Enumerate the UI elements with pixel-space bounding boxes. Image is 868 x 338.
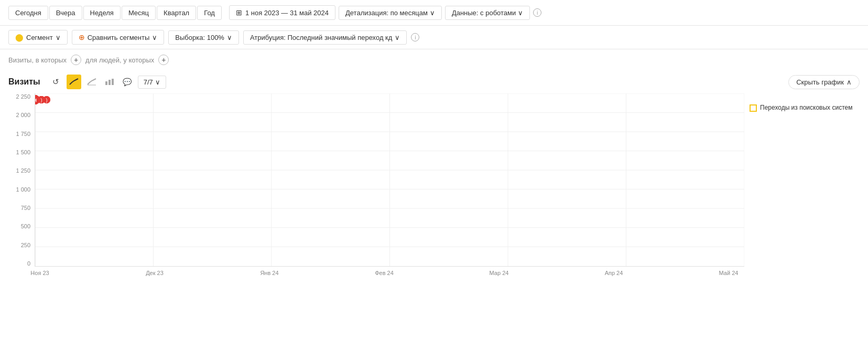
sample-button[interactable]: Выборка: 100% ∨	[168, 30, 239, 45]
chevron-down-icon4: ∨	[152, 34, 157, 41]
sample-label: Выборка: 100%	[175, 34, 224, 41]
line-chart-icon[interactable]	[67, 75, 81, 89]
chevron-down-icon5: ∨	[227, 34, 232, 41]
svg-rect-0	[105, 81, 107, 85]
svg-text:): )	[46, 98, 48, 103]
period-week-btn[interactable]: Неделя	[83, 6, 121, 20]
svg-text:н: н	[35, 97, 37, 103]
hide-chart-label: Скрыть график	[796, 78, 844, 86]
y-label-1000: 1 000	[16, 186, 30, 193]
refresh-icon[interactable]: ↺	[49, 75, 63, 89]
chevron-down-icon6: ∨	[395, 34, 400, 41]
segment-label: Сегмент	[26, 34, 53, 41]
y-label-250: 250	[21, 242, 30, 248]
x-label-mar24: Мар 24	[483, 270, 515, 282]
y-label-1750: 1 750	[16, 131, 30, 137]
hide-chart-button[interactable]: Скрыть график ∧	[788, 75, 860, 89]
for-people-label: для людей, у которых	[85, 56, 154, 64]
hide-chart-chevron-icon: ∧	[847, 78, 852, 86]
chevron-down-icon: ∨	[430, 9, 435, 17]
x-label-nov23: Ноя 23	[24, 270, 56, 282]
x-axis: Ноя 23 Дек 23 Янв 24 Фев 24 Мар 24 Апр 2…	[35, 267, 744, 282]
y-label-500: 500	[21, 223, 30, 229]
chart-header: Визиты ↺ 💬 7/7 ∨ Скрыть график	[0, 70, 868, 93]
attrib-button[interactable]: Атрибуция: Последний значимый переход кд…	[243, 30, 407, 45]
chart-plot: н н ) н н )	[35, 93, 744, 267]
metrics-chevron-icon: ∨	[155, 78, 160, 86]
calendar-icon: ⊞	[236, 8, 242, 17]
top-bar: Сегодня Вчера Неделя Месяц Квартал Год ⊞…	[0, 0, 868, 26]
y-label-0: 0	[27, 260, 30, 267]
period-today-btn[interactable]: Сегодня	[8, 6, 48, 20]
compare-label: Сравнить сегменты	[88, 34, 150, 41]
chart-inner: 2 250 2 000 1 750 1 500 1 250 1 000 750 …	[8, 93, 744, 282]
period-quarter-btn[interactable]: Квартал	[157, 6, 196, 20]
add-visit-condition-btn[interactable]: +	[71, 55, 81, 65]
y-label-2250: 2 250	[16, 93, 30, 100]
detail-label: Детализация: по месяцам	[345, 9, 428, 17]
period-month-btn[interactable]: Месяц	[122, 6, 156, 20]
metrics-label: 7/7	[144, 78, 153, 86]
y-axis: 2 250 2 000 1 750 1 500 1 250 1 000 750 …	[8, 93, 35, 267]
segment-icon: ⬤	[15, 33, 24, 41]
svg-text:): )	[41, 98, 42, 103]
y-label-1250: 1 250	[16, 167, 30, 174]
chevron-down-icon2: ∨	[518, 9, 523, 17]
area-chart-icon[interactable]	[84, 75, 99, 89]
filter-bar: Визиты, в которых + для людей, у которых…	[0, 49, 868, 70]
period-year-btn[interactable]: Год	[197, 6, 222, 20]
chart-controls: ↺ 💬 7/7 ∨	[49, 75, 166, 89]
x-label-feb24: Фев 24	[368, 270, 400, 282]
y-label-750: 750	[21, 205, 30, 211]
compare-button[interactable]: ⊕ Сравнить сегменты ∨	[72, 30, 165, 45]
metrics-button[interactable]: 7/7 ∨	[138, 76, 166, 89]
attrib-label: Атрибуция: Последний значимый переход кд	[250, 34, 392, 41]
info-icon[interactable]: i	[533, 8, 541, 17]
date-range-label: 1 ноя 2023 — 31 май 2024	[245, 9, 329, 17]
second-bar: ⬤ Сегмент ∨ ⊕ Сравнить сегменты ∨ Выборк…	[0, 26, 868, 49]
x-label-apr24: Апр 24	[598, 270, 630, 282]
chart-title: Визиты	[8, 77, 40, 87]
detail-button[interactable]: Детализация: по месяцам ∨	[339, 6, 442, 20]
y-label-2000: 2 000	[16, 112, 30, 118]
x-label-may24: Май 24	[713, 270, 744, 282]
compare-icon: ⊕	[79, 33, 85, 41]
legend-area: Переходы из поисковых систем	[744, 93, 860, 282]
x-label-jan24: Янв 24	[254, 270, 285, 282]
svg-rect-2	[112, 79, 114, 85]
visits-label: Визиты, в которых	[8, 56, 67, 64]
date-range-button[interactable]: ⊞ 1 ноя 2023 — 31 май 2024	[229, 5, 335, 20]
bar-chart-icon[interactable]	[102, 75, 117, 89]
y-label-1500: 1 500	[16, 149, 30, 155]
chart-area: 2 250 2 000 1 750 1 500 1 250 1 000 750 …	[0, 93, 868, 303]
attrib-info-icon[interactable]: i	[411, 33, 419, 41]
add-people-condition-btn[interactable]: +	[158, 55, 169, 65]
data-label: Данные: с роботами	[452, 9, 516, 17]
legend-label: Переходы из поисковых систем	[760, 104, 852, 111]
segment-button[interactable]: ⬤ Сегмент ∨	[8, 30, 68, 45]
period-yesterday-btn[interactable]: Вчера	[49, 6, 82, 20]
chevron-down-icon3: ∨	[56, 34, 61, 41]
x-label-dec23: Дек 23	[139, 270, 170, 282]
svg-rect-1	[108, 80, 111, 85]
data-button[interactable]: Данные: с роботами ∨	[445, 6, 530, 20]
period-buttons: Сегодня Вчера Неделя Месяц Квартал Год	[8, 6, 222, 20]
chart-svg: н н ) н н )	[35, 93, 744, 266]
legend-color	[750, 104, 757, 112]
comment-icon[interactable]: 💬	[120, 75, 135, 89]
